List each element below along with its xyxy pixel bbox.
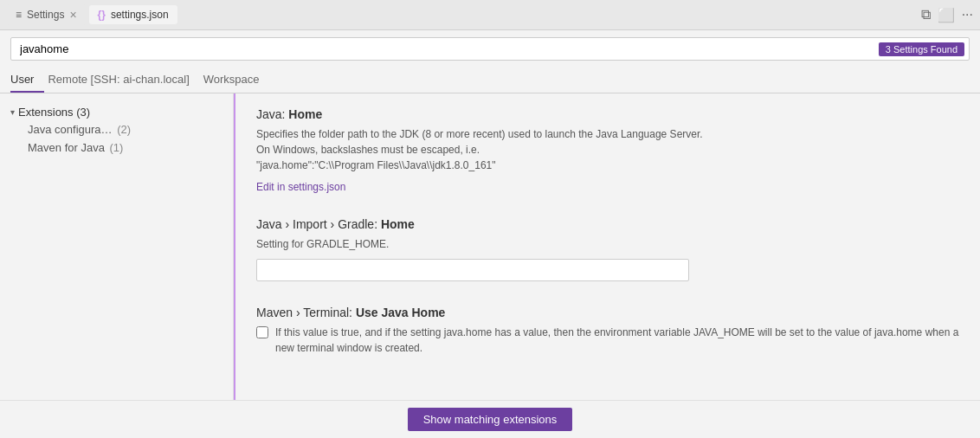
bottom-bar: Show matching extensions	[0, 400, 980, 438]
sidebar-group-extensions[interactable]: ▾ Extensions (3)	[0, 104, 233, 120]
sidebar-item-maven-label: Maven for Java	[28, 141, 105, 154]
split-icon[interactable]: ⬜	[938, 7, 955, 23]
content-area: ▾ Extensions (3) Java configura… (2) Mav…	[0, 93, 980, 400]
setting-java-home: Java: Home Specifies the folder path to …	[256, 107, 959, 193]
tab-workspace[interactable]: Workspace	[203, 68, 270, 93]
search-bar: 3 Settings Found	[0, 30, 980, 68]
sidebar-item-java-config-label: Java configura…	[28, 123, 113, 136]
search-input-wrap: 3 Settings Found	[10, 37, 970, 61]
chevron-icon: ▾	[10, 107, 15, 117]
setting-gradle-home: Java › Import › Gradle: Home Setting for…	[256, 217, 959, 281]
maven-terminal-checkbox-row: If this value is true, and if the settin…	[256, 325, 959, 363]
setting-maven-terminal: Maven › Terminal: Use Java Home If this …	[256, 306, 959, 363]
tab-remote[interactable]: Remote [SSH: ai-chan.local]	[48, 68, 199, 93]
tab-user[interactable]: User	[10, 68, 44, 93]
settings-tab[interactable]: ≡ Settings ×	[7, 4, 86, 25]
maven-terminal-desc: If this value is true, and if the settin…	[275, 325, 959, 356]
gradle-home-title: Java › Import › Gradle: Home	[256, 217, 959, 231]
settings-tab-close[interactable]: ×	[69, 8, 76, 22]
java-home-title: Java: Home	[256, 107, 959, 121]
gradle-home-desc: Setting for GRADLE_HOME.	[256, 236, 959, 252]
sidebar-item-maven[interactable]: Maven for Java (1)	[0, 138, 233, 157]
search-badge: 3 Settings Found	[879, 42, 964, 56]
gradle-home-input[interactable]	[256, 259, 689, 281]
tabs-bar: User Remote [SSH: ai-chan.local] Workspa…	[0, 68, 980, 93]
json-tab-label: settings.json	[111, 9, 169, 21]
settings-icon: ≡	[16, 9, 22, 21]
sidebar-extensions-group: ▾ Extensions (3) Java configura… (2) Mav…	[0, 100, 233, 160]
settings-panel: Java: Home Specifies the folder path to …	[234, 93, 980, 400]
maven-terminal-title-bold: Use Java Home	[356, 306, 446, 319]
maven-terminal-title: Maven › Terminal: Use Java Home	[256, 306, 959, 319]
json-tab[interactable]: {} settings.json	[89, 5, 177, 24]
sidebar-group-label: Extensions (3)	[18, 106, 90, 119]
java-home-title-bold: Home	[288, 107, 322, 121]
settings-container: 3 Settings Found User Remote [SSH: ai-ch…	[0, 30, 980, 438]
edit-in-settings-link[interactable]: Edit in settings.json	[256, 181, 345, 193]
gradle-home-title-bold: Home	[381, 217, 415, 231]
json-icon: {}	[98, 9, 106, 21]
more-icon[interactable]: ···	[962, 7, 973, 23]
sidebar-item-java-config-count: (2)	[117, 123, 131, 136]
maven-terminal-checkbox[interactable]	[256, 326, 268, 338]
sidebar: ▾ Extensions (3) Java configura… (2) Mav…	[0, 93, 234, 400]
java-home-desc: Specifies the folder path to the JDK (8 …	[256, 126, 959, 173]
sidebar-item-maven-count: (1)	[110, 141, 124, 154]
show-extensions-button[interactable]: Show matching extensions	[408, 408, 573, 431]
gradle-home-title-prefix: Java › Import › Gradle:	[256, 217, 381, 231]
search-input[interactable]	[10, 37, 970, 61]
titlebar-actions: ⧉ ⬜ ···	[921, 7, 973, 23]
java-home-title-prefix: Java:	[256, 107, 288, 121]
sidebar-item-java-config[interactable]: Java configura… (2)	[0, 120, 233, 138]
maven-terminal-title-prefix: Maven › Terminal:	[256, 306, 356, 319]
titlebar: ≡ Settings × {} settings.json ⧉ ⬜ ···	[0, 0, 980, 30]
copy-icon[interactable]: ⧉	[921, 7, 931, 23]
settings-tab-label: Settings	[27, 9, 64, 21]
